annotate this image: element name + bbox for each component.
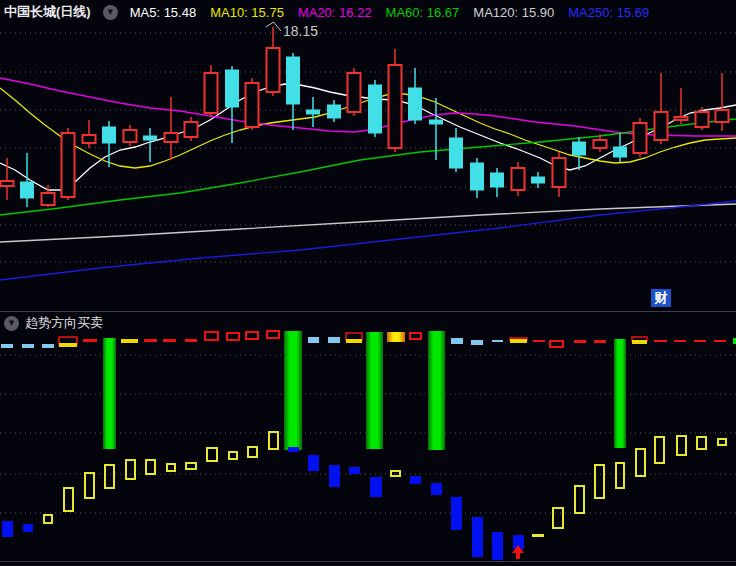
candlestick-up xyxy=(594,140,607,148)
wave-candle-up xyxy=(105,465,114,488)
signal-lightblue xyxy=(22,344,34,348)
wave-candle-up xyxy=(677,436,686,455)
trend-green-bar xyxy=(103,338,116,449)
candlestick-down xyxy=(369,85,382,133)
wave-candle-down xyxy=(349,467,360,474)
wave-candle-up xyxy=(655,437,664,463)
candlestick-down xyxy=(287,57,300,104)
wave-candle-up xyxy=(697,437,706,449)
wave-candle-down xyxy=(329,465,340,487)
ma-label: MA60: 16.67 xyxy=(386,5,460,20)
candlestick-up xyxy=(1,181,14,186)
wave-candle-up xyxy=(85,473,94,498)
wave-candle-up xyxy=(616,463,624,488)
candlestick-down xyxy=(430,120,443,124)
indicator-panel-header: ▾ 趋势方向买卖 xyxy=(4,314,103,332)
signal-red-dash xyxy=(163,339,176,342)
wave-candle-up xyxy=(248,447,257,457)
candlestick-down xyxy=(614,147,627,157)
candlestick-up xyxy=(389,65,402,148)
trend-green-bar xyxy=(284,331,302,450)
candlestick-up xyxy=(634,123,647,153)
wave-candle-up xyxy=(146,460,155,474)
candlestick-down xyxy=(573,142,586,155)
wave-candle-up xyxy=(553,508,563,528)
candlestick-up xyxy=(512,168,525,190)
candlestick-down xyxy=(103,127,116,143)
signal-lightblue xyxy=(492,340,503,342)
watermark-badge: 财 xyxy=(651,289,671,307)
signal-yellow-dash xyxy=(121,339,138,343)
wave-candle-down xyxy=(308,455,319,471)
candlestick-down xyxy=(532,177,545,183)
wave-candle-down xyxy=(492,532,503,560)
wave-candle-down xyxy=(431,483,442,495)
candlestick-down xyxy=(409,88,422,120)
ma-label: MA5: 15.48 xyxy=(130,5,197,20)
candlestick-up xyxy=(267,48,280,92)
signal-yellow-block xyxy=(387,332,405,342)
candlestick-down xyxy=(226,70,239,107)
ma-line-ma250 xyxy=(0,201,736,280)
collapse-chevron-icon[interactable]: ▾ xyxy=(4,316,19,331)
candlestick-down xyxy=(307,110,320,114)
signal-red-dash xyxy=(83,339,97,342)
candlestick-up xyxy=(246,83,259,127)
signal-lightblue xyxy=(471,340,483,345)
candlestick-up xyxy=(165,133,178,142)
collapse-chevron-icon[interactable]: ▾ xyxy=(103,5,118,20)
candlestick-up xyxy=(62,133,75,197)
candlestick-up xyxy=(553,158,566,187)
signal-red-dash xyxy=(574,340,586,343)
ma-legend: MA5: 15.48MA10: 15.75MA20: 16.22MA60: 16… xyxy=(130,5,650,20)
wave-candle-up xyxy=(64,488,73,511)
wave-candle-up xyxy=(269,432,278,449)
trend-green-bar xyxy=(614,339,626,448)
main-chart-header: 中国长城(日线) ▾ MA5: 15.48MA10: 15.75MA20: 16… xyxy=(0,0,736,24)
signal-lightblue xyxy=(1,344,13,348)
candlestick-down xyxy=(450,138,463,168)
signal-red-outline xyxy=(346,333,362,340)
candlestick-up xyxy=(205,73,218,113)
signal-lightblue xyxy=(42,344,54,348)
signal-red-outline xyxy=(59,337,77,344)
panel-divider xyxy=(0,311,736,312)
signal-red-box xyxy=(246,332,258,339)
wave-candle-down xyxy=(472,517,483,557)
indicator-title: 趋势方向买卖 xyxy=(25,314,103,332)
wave-candle-up xyxy=(44,515,52,523)
wave-candle-up xyxy=(229,452,237,459)
signal-lightblue xyxy=(328,337,340,343)
candlestick-down xyxy=(21,182,34,198)
signal-red-dash xyxy=(654,340,667,342)
candlestick-up xyxy=(716,110,729,122)
candlestick-up xyxy=(42,193,55,205)
signal-red-dash xyxy=(674,340,686,342)
wave-candle-down xyxy=(2,521,13,537)
signal-red-dash xyxy=(594,340,606,343)
signal-red-box xyxy=(550,341,563,347)
trading-app-window: 中国长城(日线) ▾ MA5: 15.48MA10: 15.75MA20: 16… xyxy=(0,0,736,566)
signal-lightblue xyxy=(308,337,319,343)
candlestick-up xyxy=(696,112,709,127)
candlestick-down xyxy=(328,105,341,118)
bottom-divider xyxy=(0,561,736,562)
signal-red-dash xyxy=(185,339,197,342)
ma-line-ma120 xyxy=(0,204,736,242)
wave-candle-up xyxy=(207,448,217,461)
signal-red-dash xyxy=(144,339,157,342)
signal-yellow-dash xyxy=(510,339,527,343)
wave-candle-up xyxy=(575,486,584,513)
price-annotation: 18.15 xyxy=(283,23,318,39)
candlestick-up xyxy=(675,117,688,120)
candlestick-down xyxy=(144,136,157,140)
signal-red-dash xyxy=(694,340,706,342)
ma-label: MA250: 15.69 xyxy=(568,5,649,20)
signal-yellow-dash xyxy=(346,339,362,343)
candlestick-down xyxy=(491,173,504,187)
candlestick-up xyxy=(655,112,668,140)
ma-label: MA10: 15.75 xyxy=(210,5,284,20)
wave-candle-down xyxy=(451,497,462,530)
signal-red-dash xyxy=(714,340,726,342)
wave-candle-down xyxy=(410,476,421,484)
